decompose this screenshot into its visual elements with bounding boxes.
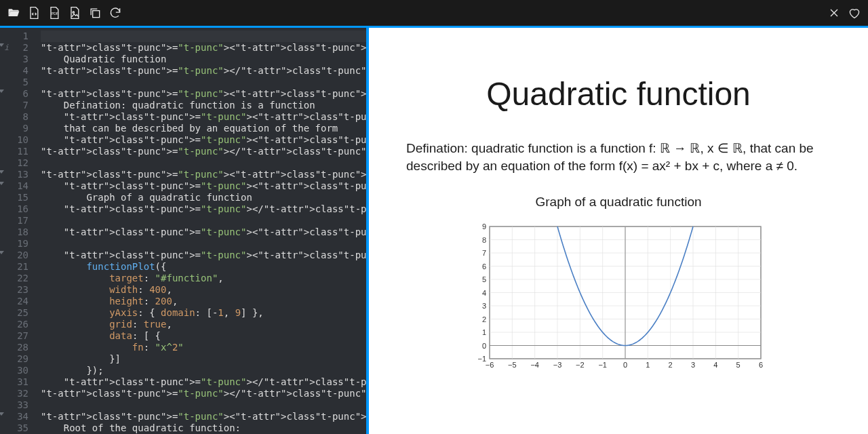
heart-icon[interactable]	[848, 6, 861, 20]
main: i 12345678910111213141516171819202122232…	[0, 28, 868, 434]
svg-text:0: 0	[623, 361, 627, 369]
toolbar-left: PDF	[7, 6, 122, 20]
pdf-file-icon[interactable]: PDF	[47, 6, 61, 20]
svg-text:3: 3	[691, 361, 695, 369]
copy-icon[interactable]	[88, 6, 102, 20]
page-title: Quadratic function	[406, 75, 831, 113]
plot-container: −6−5−4−3−2−10123456−10123456789	[406, 223, 831, 372]
code-editor[interactable]: i 12345678910111213141516171819202122232…	[0, 28, 366, 434]
svg-text:−1: −1	[477, 355, 486, 363]
image-file-icon[interactable]	[68, 6, 81, 20]
svg-text:−5: −5	[508, 361, 517, 369]
code-file-icon[interactable]	[27, 6, 41, 20]
svg-text:−3: −3	[553, 361, 562, 369]
def-bold-2: f(x) = ax² + bx + c	[619, 159, 719, 173]
svg-text:−2: −2	[576, 361, 585, 369]
toolbar: PDF	[0, 0, 868, 26]
svg-text:4: 4	[713, 361, 717, 369]
def-bold-3: a ≠ 0	[766, 159, 794, 173]
svg-point-1	[73, 12, 74, 13]
svg-text:5: 5	[482, 275, 486, 283]
svg-text:5: 5	[736, 361, 741, 369]
def-prefix: Defination: quadratic function is a func…	[406, 141, 649, 155]
svg-text:0: 0	[482, 342, 486, 350]
svg-text:1: 1	[646, 361, 650, 369]
svg-text:−4: −4	[530, 361, 539, 369]
refresh-icon[interactable]	[108, 6, 122, 20]
svg-text:9: 9	[482, 223, 486, 231]
svg-text:−1: −1	[598, 361, 607, 369]
open-folder-icon[interactable]	[7, 6, 20, 20]
preview-pane: Quadratic function Defination: quadratic…	[369, 28, 868, 434]
svg-text:1: 1	[482, 328, 486, 336]
line-number-gutter: 1234567891011121314151617181920212223242…	[0, 28, 33, 434]
svg-text:PDF: PDF	[52, 12, 58, 16]
svg-text:7: 7	[482, 249, 486, 257]
svg-text:2: 2	[482, 315, 486, 323]
def-bold-1: f: ℝ → ℝ, x ∈ ℝ	[649, 141, 743, 155]
svg-text:8: 8	[482, 236, 486, 244]
svg-text:2: 2	[669, 361, 673, 369]
toolbar-right	[827, 6, 861, 20]
plot-caption: Graph of a quadratic function	[406, 195, 831, 210]
svg-text:3: 3	[482, 302, 486, 310]
definition-text: Defination: quadratic function is a func…	[406, 140, 831, 174]
svg-text:4: 4	[482, 289, 486, 297]
svg-text:−6: −6	[486, 361, 494, 369]
code-content[interactable]: "t-attr">class"t-punc">="t-punc"><"t-att…	[33, 28, 366, 434]
svg-text:6: 6	[482, 262, 486, 271]
def-mid2: , where	[719, 159, 766, 173]
svg-rect-2	[93, 11, 100, 18]
tools-icon[interactable]	[827, 6, 841, 20]
def-end: .	[794, 159, 797, 173]
svg-text:6: 6	[759, 361, 763, 369]
function-plot: −6−5−4−3−2−10123456−10123456789	[469, 223, 768, 372]
